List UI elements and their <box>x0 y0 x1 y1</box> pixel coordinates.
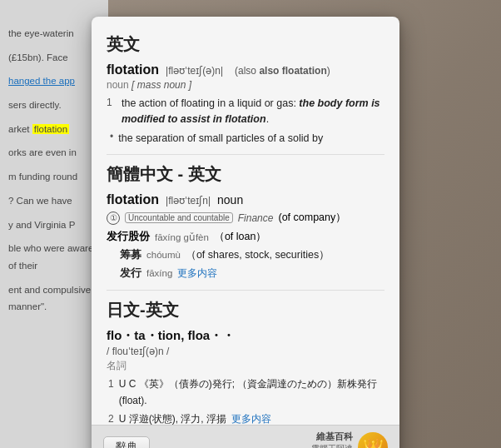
zh-pos: noun <box>217 193 243 207</box>
section-header-english: 英文 <box>107 33 384 56</box>
dictionary-button[interactable]: 辭典 <box>103 436 150 449</box>
divider-1 <box>107 154 384 155</box>
wiki-label: 維基百科 <box>273 431 353 443</box>
section-header-ja: 日文-英文 <box>107 299 384 321</box>
zh-ipa: |fləʊˈteɪʃn| <box>166 195 211 207</box>
english-ipa: |fləʊˈteɪʃ(ə)n| <box>166 65 223 77</box>
uncountable-badge: Uncountable and countable <box>125 212 233 223</box>
english-def-1: 1 the action of floating in a liquid or … <box>107 96 384 127</box>
zh-entry: flotation |fləʊˈteɪʃn| noun ① Uncountabl… <box>107 192 384 281</box>
dict-scroll-area[interactable]: 英文 flotation |fləʊˈteɪʃ(ə)n| (also also … <box>92 17 399 425</box>
section-header-zh: 簡體中文 - 英文 <box>107 163 384 186</box>
zh-sub-def-2: 筹募 chóumù （of shares, stock, securities） <box>120 246 384 263</box>
zh-more-link[interactable]: 更多内容 <box>177 266 217 281</box>
divider-2 <box>107 290 384 291</box>
ja-def-1: 1 U C 《英》（債券の)発行; （資金調達のための）新株発行(float). <box>108 376 384 408</box>
ja-more-link[interactable]: 更多内容 <box>231 411 271 425</box>
zh-sub-def-1: ① Uncountable and countable Finance (of … <box>107 211 384 281</box>
english-headword: flotation <box>107 62 159 77</box>
ja-headword: flo・ta・tion, floa・・ <box>107 328 384 344</box>
ja-pronunciation: / flouˈteɪʃ(ə)n / <box>107 346 384 357</box>
finance-label: Finance <box>238 212 274 224</box>
watermark-icon: 👑 <box>358 432 388 449</box>
dict-bottom-bar: 辭典 維基百科 電腦王阿達 https://www.koc.com.tw/ 👑 <box>92 425 399 448</box>
english-entry: flotation |fləʊˈteɪʃ(ə)n| (also also flo… <box>107 62 384 146</box>
zh-headword: flotation <box>107 192 159 207</box>
zh-word-1: 发行股份 <box>107 230 150 244</box>
english-pos: noun [ mass noun ] <box>107 79 384 91</box>
english-bullet-1: • the separation of small particles of a… <box>107 131 384 147</box>
site-label: 電腦王阿達 <box>273 443 353 448</box>
ja-pos: 名詞 <box>107 359 384 373</box>
pinyin-1: fāxíng gǔfèn <box>155 231 209 243</box>
circle-num-1: ① <box>107 212 120 225</box>
highlighted-flotation: flotation <box>32 124 69 134</box>
english-also: (also also floatation) <box>235 65 330 77</box>
dictionary-popup: 英文 flotation |fləʊˈteɪʃ(ə)n| (also also … <box>92 17 399 448</box>
zh-sub-def-3: 发行 fāxíng 更多内容 <box>120 265 384 281</box>
ja-entry: flo・ta・tion, floa・・ / flouˈteɪʃ(ə)n / 名詞… <box>107 328 384 425</box>
ja-def-2: 2 U 浮遊(状態), 浮力, 浮揚 更多内容 <box>108 411 384 425</box>
watermark-area: 維基百科 電腦王阿達 https://www.koc.com.tw/ 👑 <box>273 431 388 448</box>
